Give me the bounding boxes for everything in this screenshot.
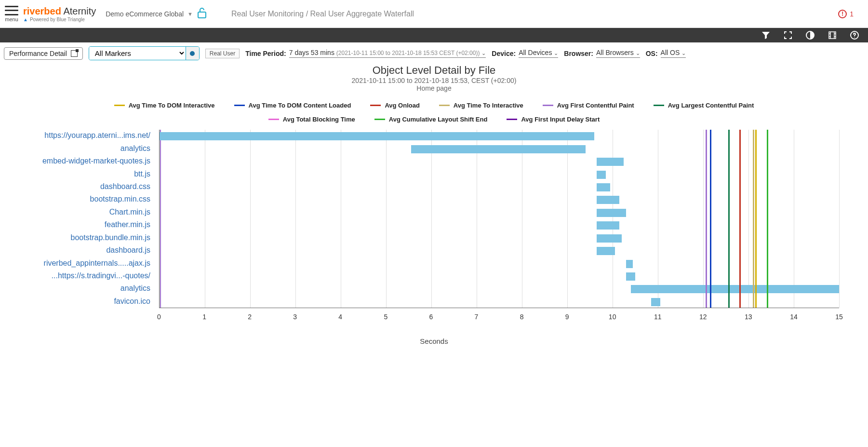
gridline bbox=[160, 130, 160, 308]
target-icon bbox=[190, 51, 195, 56]
real-user-button[interactable]: Real User bbox=[205, 49, 240, 58]
file-label[interactable]: bootstrap.bundle.min.js bbox=[71, 233, 150, 242]
legend-swatch bbox=[268, 119, 279, 120]
marker-line[interactable] bbox=[767, 130, 768, 308]
timing-bar[interactable] bbox=[631, 285, 839, 293]
x-tick: 11 bbox=[654, 313, 662, 321]
x-tick: 10 bbox=[609, 313, 616, 321]
legend-label: Avg First Contentful Paint bbox=[557, 102, 634, 109]
film-icon[interactable] bbox=[828, 30, 837, 40]
legend-item[interactable]: Avg Cumulative Layout Shift End bbox=[374, 116, 488, 123]
x-tick: 14 bbox=[790, 313, 798, 321]
contrast-icon[interactable] bbox=[805, 30, 815, 40]
marker-line[interactable] bbox=[706, 130, 707, 308]
x-tick: 0 bbox=[157, 313, 161, 321]
file-label[interactable]: btt.js bbox=[134, 170, 150, 178]
legend-item[interactable]: Avg Time To DOM Interactive bbox=[114, 102, 215, 109]
site-selector[interactable]: Demo eCommerce Global ▼ bbox=[106, 7, 207, 21]
unlock-icon[interactable] bbox=[197, 7, 207, 21]
timing-bar[interactable] bbox=[597, 158, 624, 166]
file-label[interactable]: ...https://s.tradingvi...-quotes/ bbox=[52, 271, 150, 280]
gridline bbox=[567, 130, 568, 308]
file-label[interactable]: embed-widget-market-quotes.js bbox=[42, 157, 150, 165]
alert-indicator[interactable]: ! 1 bbox=[838, 10, 863, 18]
file-label[interactable]: bootstrap.min.css bbox=[90, 195, 150, 203]
help-icon[interactable] bbox=[850, 30, 859, 40]
timing-bar[interactable] bbox=[597, 221, 619, 230]
timing-bar[interactable] bbox=[626, 272, 635, 281]
x-tick: 5 bbox=[384, 313, 387, 321]
file-label[interactable]: dashboard.css bbox=[100, 182, 150, 191]
filter-icon[interactable] bbox=[761, 30, 771, 40]
file-label[interactable]: favicon.ico bbox=[114, 297, 150, 306]
time-range-sub: (2021-10-11 15:00 to 2021-10-18 15:53 CE… bbox=[336, 50, 480, 56]
markers-dropdown[interactable]: All Markers bbox=[89, 47, 186, 60]
performance-detail-label: Performance Detail bbox=[9, 50, 67, 57]
menu-button[interactable]: menu bbox=[5, 6, 18, 22]
os-filter[interactable]: OS: All OS ⌄ bbox=[646, 49, 686, 58]
chart-subtitle-2: Home page bbox=[5, 84, 863, 92]
marker-line[interactable] bbox=[739, 130, 741, 308]
browser-filter[interactable]: Browser: All Browsers ⌄ bbox=[564, 49, 640, 58]
legend-label: Avg Largest Contentful Paint bbox=[668, 102, 754, 109]
timing-bar[interactable] bbox=[597, 234, 622, 243]
gridline bbox=[522, 130, 522, 308]
file-label[interactable]: feather.min.js bbox=[105, 220, 150, 229]
device-label: Device: bbox=[492, 50, 516, 57]
browser-label: Browser: bbox=[564, 50, 593, 57]
brand-subtitle: Powered by Blue Triangle bbox=[30, 17, 85, 22]
gridline bbox=[794, 130, 794, 308]
legend-item[interactable]: Avg Total Blocking Time bbox=[268, 116, 355, 123]
performance-detail-button[interactable]: Performance Detail bbox=[4, 47, 83, 60]
timing-bar[interactable] bbox=[597, 247, 615, 255]
x-tick: 1 bbox=[202, 313, 206, 321]
marker-line[interactable] bbox=[755, 130, 757, 308]
chevron-down-icon: ▼ bbox=[187, 11, 193, 17]
device-filter[interactable]: Device: All Devices ⌄ bbox=[492, 49, 558, 58]
x-tick: 12 bbox=[699, 313, 707, 321]
chart-container: Object Level Detail by File 2021-10-11 1… bbox=[0, 64, 868, 355]
legend-item[interactable]: Avg Time To Interactive bbox=[439, 102, 523, 109]
legend-swatch bbox=[439, 105, 450, 106]
time-period-filter[interactable]: Time Period: 7 days 53 mins (2021-10-11 … bbox=[245, 49, 486, 58]
chart-legend: Avg Time To DOM InteractiveAvg Time To D… bbox=[97, 102, 772, 123]
timing-bar[interactable] bbox=[626, 260, 633, 268]
legend-item[interactable]: Avg Onload bbox=[370, 102, 419, 109]
file-label[interactable]: analytics bbox=[120, 284, 150, 293]
marker-line[interactable] bbox=[710, 130, 711, 308]
marker-line[interactable] bbox=[753, 130, 754, 308]
timing-bar[interactable] bbox=[160, 132, 594, 140]
timing-bar[interactable] bbox=[597, 183, 610, 191]
file-label[interactable]: riverbed_appinternals.....ajax.js bbox=[44, 259, 150, 268]
app-header: menu riverbed Aternity ▲ Powered by Blue… bbox=[0, 0, 868, 28]
breadcrumb: Real User Monitoring / Real User Aggrega… bbox=[231, 10, 414, 18]
os-value: All OS bbox=[661, 49, 680, 56]
timing-bar[interactable] bbox=[597, 209, 626, 217]
fullscreen-icon[interactable] bbox=[783, 30, 793, 40]
file-label[interactable]: Chart.min.js bbox=[109, 208, 150, 217]
markers-selector[interactable]: All Markers bbox=[89, 46, 200, 60]
file-label[interactable]: analytics bbox=[120, 144, 150, 153]
legend-item[interactable]: Avg First Input Delay Start bbox=[507, 116, 600, 123]
legend-label: Avg First Input Delay Start bbox=[521, 116, 600, 123]
timing-bar[interactable] bbox=[597, 171, 606, 179]
marker-line[interactable] bbox=[728, 130, 730, 308]
legend-item[interactable]: Avg Largest Contentful Paint bbox=[654, 102, 754, 109]
gridline bbox=[205, 130, 205, 308]
menu-label: menu bbox=[5, 16, 18, 22]
timing-bar[interactable] bbox=[411, 145, 586, 153]
timing-bar[interactable] bbox=[651, 298, 660, 306]
timing-bar[interactable] bbox=[597, 196, 619, 204]
markers-pin-button[interactable] bbox=[186, 47, 199, 60]
gridline bbox=[658, 130, 658, 308]
legend-swatch bbox=[370, 105, 381, 106]
file-label[interactable]: https://yourapp.aterni...ims.net/ bbox=[44, 131, 150, 140]
legend-item[interactable]: Avg First Contentful Paint bbox=[543, 102, 634, 109]
legend-item[interactable]: Avg Time To DOM Content Loaded bbox=[234, 102, 351, 109]
legend-label: Avg Total Blocking Time bbox=[283, 116, 355, 123]
brand-block: riverbed Aternity ▲ Powered by Blue Tria… bbox=[23, 6, 96, 22]
legend-swatch bbox=[374, 119, 385, 120]
chevron-down-icon: ⌄ bbox=[554, 50, 558, 56]
file-label[interactable]: dashboard.js bbox=[106, 246, 150, 255]
gridline bbox=[477, 130, 477, 308]
